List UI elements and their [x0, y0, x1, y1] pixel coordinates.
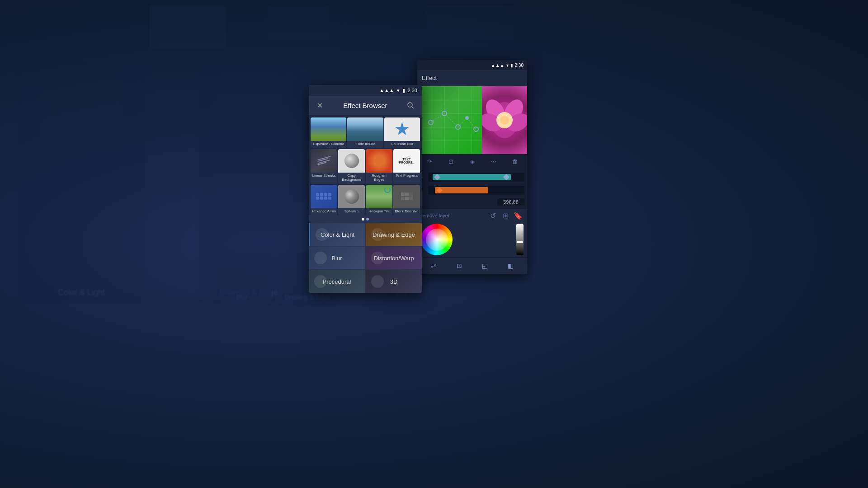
wifi-icon: ▾: [506, 63, 509, 68]
orange-bar: [435, 187, 488, 193]
block-dissolve-visual: [401, 192, 413, 200]
effects-grid-row2: Linear Streaks Copy Background Roughen E…: [311, 149, 420, 184]
effect-hexagon-array[interactable]: Hexagon Array: [311, 185, 337, 216]
star-shape: [395, 122, 409, 136]
remove-layer-row: remove layer ↺ ⊞ 🔖: [417, 209, 527, 222]
effect-spherize[interactable]: Spherize: [338, 185, 365, 216]
tab-color-light[interactable]: Color & Light: [309, 223, 365, 246]
pagination-dots: [309, 215, 422, 223]
track-row-1: 3: [420, 171, 524, 183]
text-progress-thumb: TEXTPROGRE..: [393, 149, 420, 173]
search-button[interactable]: [406, 100, 416, 111]
gaussian-label: Gaussian Blur: [384, 141, 420, 148]
color-light-icon-bubble: [316, 228, 328, 241]
effects-grid-row1: Exposure / Gamma Fade In/Out Gaussian Bl…: [311, 117, 420, 148]
effect-hexagon-tile[interactable]: Hexagon Tile: [366, 185, 392, 216]
tab-drawing-edge[interactable]: Drawing & Edge: [366, 223, 422, 246]
lightness-slider[interactable]: [516, 224, 524, 255]
remove-layer-btn[interactable]: remove layer: [421, 213, 450, 218]
mask-icon[interactable]: ◱: [479, 259, 491, 272]
tool-icon-3[interactable]: ◈: [467, 156, 478, 167]
browser-title: Effect Browser: [325, 102, 406, 109]
spherize-label: Spherize: [338, 208, 365, 216]
sphere-visual: [344, 154, 359, 168]
roughen-label: Roughen Edges: [366, 173, 392, 184]
3d-icon-bubble: [371, 275, 384, 288]
effect-exposure-gamma[interactable]: Exposure / Gamma: [311, 117, 346, 148]
delete-icon[interactable]: 🗑: [509, 156, 520, 167]
blur-icon-bubble: [314, 252, 327, 264]
bg-card-bottom-1: Blur: [212, 252, 271, 306]
flip-icon[interactable]: ⇄: [427, 259, 440, 272]
preview-area: [417, 86, 527, 154]
effect-text-progress[interactable]: TEXTPROGRE.. Text Progress: [393, 149, 420, 184]
fade-label: Fade In/Out: [347, 141, 383, 148]
bookmark-icon[interactable]: 🔖: [513, 210, 524, 221]
effects-grid-row3: Hexagon Array Spherize Hexagon Tile: [311, 185, 420, 216]
drawing-icon-bubble: [371, 228, 384, 241]
color-wheel-panel: [417, 222, 527, 257]
streaks-visual: [316, 156, 333, 166]
status-bar: ▲▲▲ ▾ ▮ 2:30: [309, 85, 422, 96]
track-row-2: 3: [420, 184, 524, 196]
hex-pattern-visual: [316, 193, 332, 200]
battery-status-icon: ▮: [402, 88, 405, 94]
block-dissolve-thumb: [393, 185, 420, 208]
number-input[interactable]: 596.88: [497, 198, 524, 206]
flower-thumbnail: [482, 86, 527, 154]
effect-copy-background[interactable]: Copy Background: [338, 149, 365, 184]
adjust-icon[interactable]: ◧: [505, 259, 517, 272]
color-wheel[interactable]: [421, 224, 453, 255]
slider-handle: [517, 241, 523, 243]
tab-3d-label: 3D: [390, 278, 398, 285]
copy-bg-label: Copy Background: [338, 173, 365, 184]
effect-roughen-edges[interactable]: Roughen Edges: [366, 149, 392, 184]
streaks-thumb: [311, 149, 337, 173]
copy-bg-thumb: [338, 149, 365, 173]
tab-blur[interactable]: Blur: [309, 247, 365, 269]
dot-1[interactable]: [362, 218, 364, 221]
bottom-tool-row: ⇄ ⊡ ◱ ◧: [417, 257, 527, 274]
gaussian-thumb: [384, 117, 420, 141]
svg-point-15: [500, 116, 509, 125]
distort-icon-bubble: [371, 252, 384, 264]
right-panel: ▲▲▲ ▾ ▮ 2:30 Effect: [417, 60, 527, 274]
time-display: 2:30: [408, 88, 417, 93]
copy-icon[interactable]: ⊞: [500, 210, 511, 221]
battery-icon: ▮: [510, 63, 513, 68]
effects-row-3: Hexagon Array Spherize Hexagon Tile: [309, 184, 422, 216]
exposure-label: Exposure / Gamma: [311, 141, 346, 148]
crop-icon[interactable]: ⊡: [453, 259, 466, 272]
effect-browser-modal: ▲▲▲ ▾ ▮ 2:30 ✕ Effect Browser Exposure /…: [309, 85, 422, 293]
close-button[interactable]: ✕: [314, 100, 325, 111]
more-options-icon[interactable]: ⋯: [488, 156, 499, 167]
dot-2[interactable]: [366, 218, 369, 221]
tab-blur-label: Blur: [331, 255, 342, 262]
procedural-icon-bubble: [314, 275, 327, 288]
progress-circle: [384, 187, 391, 193]
tab-3d[interactable]: 3D: [366, 270, 422, 293]
bg-card-label-1: Color & Light: [58, 288, 105, 297]
effect-linear-streaks[interactable]: Linear Streaks: [311, 149, 337, 184]
panel-header: Effect: [417, 70, 527, 86]
block-dissolve-label: Block Dissolve: [393, 208, 420, 216]
tab-distortion-warp[interactable]: Distortion/Warp: [366, 247, 422, 269]
text-progress-visual: TEXTPROGRE..: [399, 158, 414, 164]
rotate-icon[interactable]: ↺: [487, 210, 498, 221]
exposure-thumb: [311, 117, 346, 141]
tool-icon-1[interactable]: ↷: [425, 156, 435, 167]
panel-time: 2:30: [515, 63, 524, 68]
timeline-track-1: [428, 173, 524, 182]
effect-fade-inout[interactable]: Fade In/Out: [347, 117, 383, 148]
svg-line-17: [412, 107, 414, 108]
effects-row-1: Exposure / Gamma Fade In/Out Gaussian Bl…: [309, 116, 422, 148]
roughen-thumb: [366, 149, 392, 173]
timeline-area: 3 3 596.88: [417, 169, 527, 209]
effect-block-dissolve[interactable]: Block Dissolve: [393, 185, 420, 216]
tool-icon-2[interactable]: ⊡: [446, 156, 457, 167]
effect-gaussian-blur[interactable]: Gaussian Blur: [384, 117, 420, 148]
tab-procedural[interactable]: Procedural: [309, 270, 365, 293]
svg-line-6: [444, 113, 458, 127]
bg-bottom-label-1: Blur: [236, 294, 248, 301]
signal-bars: ▲▲▲: [491, 63, 505, 68]
